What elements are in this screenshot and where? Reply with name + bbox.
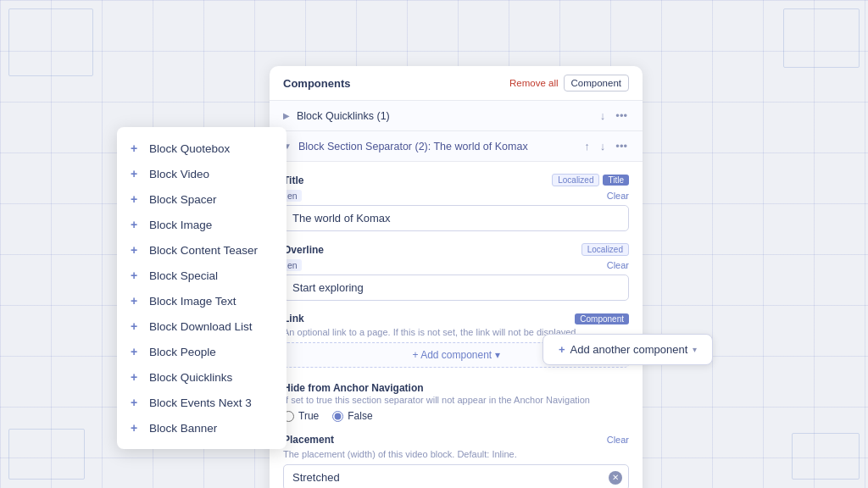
dropdown-item-label: Block Quicklinks [149,371,232,384]
placement-field-group: Placement Clear The placement (width) of… [283,434,629,488]
plus-icon: + [131,319,142,333]
block-row-actions: ↓ ••• [598,108,629,124]
arrow-down-button[interactable]: ↓ [598,138,608,154]
dropdown-item-people[interactable]: + Block People [117,339,287,364]
dropdown-item-quicklinks[interactable]: + Block Quicklinks [117,364,287,390]
corner-decoration-bl [8,429,85,480]
placement-label: Placement [283,434,334,446]
overline-field-group: Overline Localized en Clear [283,243,629,301]
overline-lang-row: en Clear [283,259,629,271]
plus-icon: + [131,345,142,358]
plus-icon: + [131,218,142,231]
arrow-up-button[interactable]: ↑ [582,138,592,154]
title-field-group: Title Localized Title en Clear [283,174,629,231]
plus-icon: + [131,192,142,206]
plus-icon: + [131,370,142,384]
dropdown-item-special[interactable]: + Block Special [117,263,287,288]
radio-false-label[interactable]: False [332,410,372,422]
dropdown-item-quotebox[interactable]: + Block Quotebox [117,136,287,161]
dropdown-item-spacer[interactable]: + Block Spacer [117,186,287,212]
corner-decoration-tl [8,8,93,76]
placement-description: The placement (width) of this video bloc… [283,449,629,459]
corner-decoration-tr [783,8,860,68]
anchor-nav-description: If set to true this section separator wi… [283,395,629,405]
corner-decoration-br [792,433,860,480]
arrow-down-button[interactable]: ↓ [598,108,608,124]
block-dropdown-list: + Block Quotebox + Block Video + Block S… [117,127,287,449]
expanded-section-title: Block Section Separator (2): The world o… [298,141,528,152]
placement-select-wrapper: Stretched ✕ [283,464,629,488]
block-row-left: ▼ Block Section Separator (2): The world… [283,141,528,152]
overline-input[interactable] [283,274,629,301]
dropdown-item-label: Block Content Teaser [149,244,258,257]
overline-label-row: Overline Localized [283,243,629,256]
overline-label: Overline [283,244,324,256]
dropdown-item-label: Block Video [149,168,209,180]
block-quicklinks-row: ▶ Block Quicklinks (1) ↓ ••• [270,101,643,131]
add-another-chevron-icon: ▾ [693,345,697,354]
localized-badge: Localized [552,174,599,186]
add-another-component-button[interactable]: + Add another component ▾ [542,334,713,365]
panel-header-actions: Remove all Component [509,75,629,92]
placement-select[interactable]: Stretched [283,464,629,488]
panel-title: Components [283,77,350,90]
remove-all-button[interactable]: Remove all [509,78,559,88]
overline-clear-button[interactable]: Clear [607,260,629,270]
expand-icon[interactable]: ▶ [283,111,290,120]
expanded-header: ▼ Block Section Separator (2): The world… [270,131,643,162]
panel-header: Components Remove all Component [270,66,643,101]
plus-icon: + [131,243,142,257]
dropdown-item-banner[interactable]: + Block Banner [117,415,287,441]
component-button[interactable]: Component [564,75,629,92]
dropdown-item-label: Block Banner [149,422,217,435]
block-row-actions: ↑ ↓ ••• [582,138,629,154]
dropdown-item-label: Block Quotebox [149,142,230,155]
dropdown-item-label: Block Events Next 3 [149,396,252,409]
add-another-plus-icon: + [559,343,565,356]
ellipsis-button[interactable]: ••• [614,138,629,154]
radio-false-text: False [348,410,372,422]
anchor-nav-label: Hide from Anchor Navigation [283,382,424,394]
dropdown-item-image[interactable]: + Block Image [117,212,287,237]
expanded-section: ▼ Block Section Separator (2): The world… [270,131,643,488]
dropdown-item-label: Block Image Text [149,295,236,308]
dropdown-item-label: Block Special [149,269,218,282]
block-row-left: ▶ Block Quicklinks (1) [283,110,390,122]
plus-icon: + [131,167,142,180]
ellipsis-button[interactable]: ••• [614,108,629,124]
form-body: Title Localized Title en Clear Overline … [270,162,643,488]
dropdown-item-image-text[interactable]: + Block Image Text [117,288,287,313]
placement-clear-button[interactable]: Clear [607,435,629,445]
placement-clear-icon-button[interactable]: ✕ [609,471,622,485]
title-lang-row: en Clear [283,190,629,202]
dropdown-item-label: Block Image [149,219,212,231]
title-input[interactable] [283,205,629,231]
plus-icon: + [131,141,142,155]
dropdown-item-download-list[interactable]: + Block Download List [117,313,287,339]
overline-localized-badge: Localized [581,243,629,256]
title-label-row: Title Localized Title [283,174,629,186]
link-component-badge: Component [575,313,629,324]
plus-icon: + [131,294,142,308]
plus-icon: + [131,421,142,435]
plus-icon: + [131,269,142,282]
block-quicklinks-title: Block Quicklinks (1) [297,110,390,122]
radio-false-input[interactable] [332,411,343,422]
main-panel: Components Remove all Component ▶ Block … [270,66,643,488]
dropdown-item-video[interactable]: + Block Video [117,161,287,186]
title-badge: Title [603,175,629,186]
dropdown-item-content-teaser[interactable]: + Block Content Teaser [117,237,287,263]
title-badges: Localized Title [552,174,629,186]
anchor-nav-section: Hide from Anchor Navigation If set to tr… [283,380,629,422]
dropdown-item-label: Block People [149,346,216,358]
link-label-row: Link Component [283,313,629,324]
radio-true-text: True [298,410,319,422]
dropdown-item-events-next-3[interactable]: + Block Events Next 3 [117,390,287,415]
anchor-nav-radio-group: True False [283,410,629,422]
title-clear-button[interactable]: Clear [607,191,629,201]
dropdown-item-label: Block Download List [149,320,253,333]
dropdown-item-label: Block Spacer [149,193,217,206]
radio-true-label[interactable]: True [283,410,319,422]
placement-label-row: Placement Clear [283,434,629,446]
plus-icon: + [131,396,142,409]
